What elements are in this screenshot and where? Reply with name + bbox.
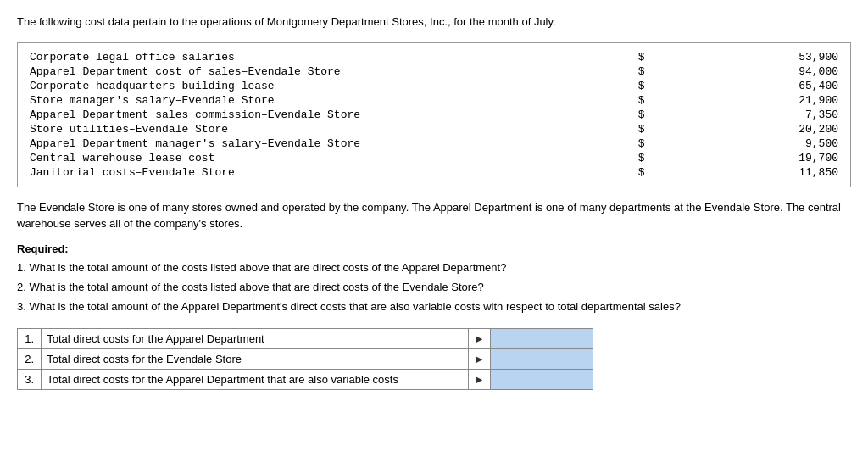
cost-row: Janitorial costs–Evendale Store $ 11,850	[26, 165, 842, 180]
cost-table-wrapper: Corporate legal office salaries $ 53,900…	[17, 42, 851, 187]
cost-label: Store utilities–Evendale Store	[26, 122, 597, 136]
answer-row[interactable]: 2. Total direct costs for the Evendale S…	[18, 348, 593, 369]
answer-desc: Total direct costs for the Apparel Depar…	[42, 369, 469, 389]
required-section: Required: 1. What is the total amount of…	[17, 241, 851, 316]
answer-arrow: ►	[469, 369, 491, 389]
cost-row: Central warehouse lease cost $ 19,700	[26, 151, 842, 165]
answer-input[interactable]	[496, 373, 587, 386]
answer-num: 2.	[18, 348, 42, 369]
answer-input-cell[interactable]	[491, 328, 593, 348]
cost-label: Central warehouse lease cost	[26, 151, 597, 165]
required-question: 3. What is the total amount of the Appar…	[17, 298, 851, 316]
answer-desc: Total direct costs for the Evendale Stor…	[42, 348, 469, 369]
answer-row[interactable]: 3. Total direct costs for the Apparel De…	[18, 369, 593, 389]
cost-dollar: $	[597, 64, 646, 79]
answer-num: 3.	[18, 369, 42, 389]
cost-dollar: $	[597, 93, 646, 108]
answer-table: 1. Total direct costs for the Apparel De…	[17, 328, 593, 390]
cost-amount: 9,500	[646, 136, 842, 151]
required-question: 1. What is the total amount of the costs…	[17, 259, 851, 277]
cost-dollar: $	[597, 122, 646, 136]
answer-input[interactable]	[496, 332, 587, 345]
cost-dollar: $	[597, 165, 646, 180]
cost-label: Corporate legal office salaries	[26, 50, 597, 64]
cost-row: Apparel Department sales commission–Even…	[26, 108, 842, 122]
answer-input-cell[interactable]	[491, 369, 593, 389]
cost-dollar: $	[597, 136, 646, 151]
answer-input-cell[interactable]	[491, 348, 593, 369]
answer-row[interactable]: 1. Total direct costs for the Apparel De…	[18, 328, 593, 348]
cost-amount: 20,200	[646, 122, 842, 136]
answer-num: 1.	[18, 328, 42, 348]
cost-label: Apparel Department manager's salary–Even…	[26, 136, 597, 151]
cost-row: Apparel Department cost of sales–Evendal…	[26, 64, 842, 79]
cost-dollar: $	[597, 108, 646, 122]
required-question: 2. What is the total amount of the costs…	[17, 279, 851, 297]
cost-row: Apparel Department manager's salary–Even…	[26, 136, 842, 151]
cost-amount: 53,900	[646, 50, 842, 64]
cost-dollar: $	[597, 151, 646, 165]
cost-amount: 21,900	[646, 93, 842, 108]
answer-input[interactable]	[496, 353, 587, 365]
cost-label: Janitorial costs–Evendale Store	[26, 165, 597, 180]
cost-table: Corporate legal office salaries $ 53,900…	[26, 50, 842, 180]
cost-row: Corporate legal office salaries $ 53,900	[26, 50, 842, 64]
cost-label: Apparel Department cost of sales–Evendal…	[26, 64, 597, 79]
description-text: The Evendale Store is one of many stores…	[17, 199, 851, 232]
cost-label: Store manager's salary–Evendale Store	[26, 93, 597, 108]
cost-amount: 94,000	[646, 64, 842, 79]
cost-label: Corporate headquarters building lease	[26, 79, 597, 93]
cost-row: Store manager's salary–Evendale Store $ …	[26, 93, 842, 108]
cost-row: Corporate headquarters building lease $ …	[26, 79, 842, 93]
cost-amount: 7,350	[646, 108, 842, 122]
cost-row: Store utilities–Evendale Store $ 20,200	[26, 122, 842, 136]
cost-amount: 65,400	[646, 79, 842, 93]
intro-text: The following cost data pertain to the o…	[17, 14, 851, 31]
answer-desc: Total direct costs for the Apparel Depar…	[42, 328, 469, 348]
cost-amount: 19,700	[646, 151, 842, 165]
cost-label: Apparel Department sales commission–Even…	[26, 108, 597, 122]
cost-dollar: $	[597, 79, 646, 93]
answer-arrow: ►	[469, 328, 491, 348]
answer-arrow: ►	[469, 348, 491, 369]
cost-amount: 11,850	[646, 165, 842, 180]
required-label: Required:	[17, 242, 69, 255]
cost-dollar: $	[597, 50, 646, 64]
